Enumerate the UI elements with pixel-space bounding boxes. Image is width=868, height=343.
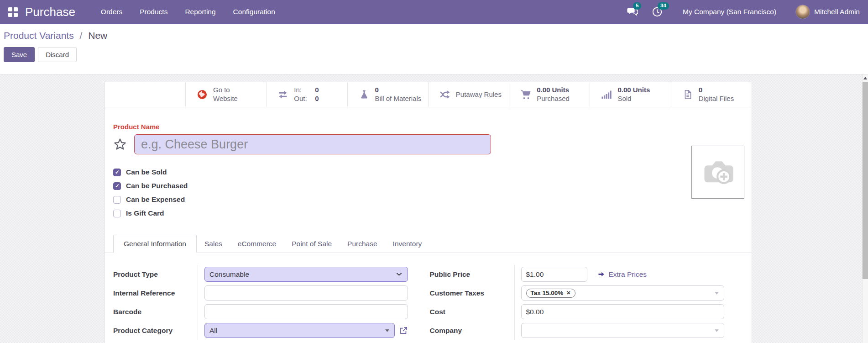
internal-reference-input[interactable]: [204, 285, 408, 301]
company-switcher[interactable]: My Company (San Francisco): [683, 8, 776, 16]
go-to-website-button[interactable]: Go to Website: [185, 82, 266, 107]
favorite-star-icon[interactable]: [113, 137, 127, 151]
barcode-input[interactable]: [204, 304, 408, 319]
units-purchased-button[interactable]: 0.00 Units Purchased: [509, 82, 590, 107]
product-name-label: Product Name: [113, 123, 752, 131]
control-panel: Product Variants / New Save Discard: [0, 24, 868, 74]
chevron-down-icon: [395, 270, 403, 278]
activities-badge: 34: [658, 2, 669, 10]
digital-files-label: Digital Files: [699, 95, 734, 103]
digital-files-count: 0: [699, 86, 734, 95]
camera-plus-icon: [699, 153, 737, 191]
can-be-expensed-label: Can be Expensed: [126, 195, 185, 204]
out-label: Out:: [294, 95, 309, 103]
app-name[interactable]: Purchase: [25, 5, 75, 19]
in-out-button[interactable]: In:0 Out:0: [266, 82, 347, 107]
breadcrumb-separator: /: [80, 30, 83, 41]
stat-button-bar: Go to Website In:0 Out:0 0: [105, 82, 752, 107]
breadcrumb-product-variants[interactable]: Product Variants: [4, 30, 74, 41]
product-flags: Can be Sold Can be Purchased Can be Expe…: [113, 165, 752, 220]
extra-prices-text: Extra Prices: [609, 270, 647, 279]
tab-sales[interactable]: Sales: [197, 235, 230, 253]
go-to-website-line1: Go to: [213, 86, 238, 95]
go-to-website-line2: Website: [213, 95, 238, 103]
menu-reporting[interactable]: Reporting: [178, 4, 222, 20]
discard-button[interactable]: Discard: [38, 47, 77, 62]
breadcrumb: Product Variants / New: [4, 30, 864, 41]
in-value: 0: [315, 86, 319, 95]
can-be-expensed-checkbox[interactable]: [113, 196, 121, 204]
can-be-purchased-label: Can be Purchased: [126, 182, 188, 190]
save-button[interactable]: Save: [4, 47, 35, 62]
tab-purchase[interactable]: Purchase: [340, 235, 385, 253]
menu-orders[interactable]: Orders: [94, 4, 129, 20]
can-be-purchased-row: Can be Purchased: [113, 179, 752, 193]
tab-ecommerce[interactable]: eCommerce: [230, 235, 284, 253]
digital-files-button[interactable]: 0 Digital Files: [671, 82, 752, 107]
tax-tag-label: Tax 15.00%: [531, 290, 564, 296]
caret-down-icon: [714, 290, 719, 296]
shuffle-icon: [439, 89, 450, 100]
units-sold-button[interactable]: 0.00 Units Sold: [590, 82, 670, 107]
product-type-label: Product Type: [113, 265, 198, 284]
bill-of-materials-button[interactable]: 0 Bill of Materials: [347, 82, 428, 107]
is-gift-card-row: Is Gift Card: [113, 206, 752, 220]
content-background: Go to Website In:0 Out:0 0: [0, 74, 868, 343]
company-label: Company: [430, 321, 515, 340]
caret-down-icon: [714, 328, 719, 333]
messages-button[interactable]: 5: [627, 6, 638, 17]
tab-inventory[interactable]: Inventory: [385, 235, 430, 253]
cost-input[interactable]: [521, 304, 725, 319]
scrollbar-up-arrow[interactable]: [863, 74, 868, 81]
apps-grid-icon[interactable]: [8, 7, 18, 17]
cost-label: Cost: [430, 302, 515, 321]
customer-taxes-field[interactable]: Tax 15.00% ✕: [521, 285, 725, 301]
nav-menu: Orders Products Reporting Configuration: [94, 4, 282, 20]
vertical-scrollbar[interactable]: [862, 74, 868, 343]
form-sheet: Go to Website In:0 Out:0 0: [104, 82, 752, 343]
public-price-input[interactable]: [521, 267, 587, 282]
menu-configuration[interactable]: Configuration: [227, 4, 282, 20]
is-gift-card-checkbox[interactable]: [113, 210, 121, 217]
tax-tag: Tax 15.00% ✕: [526, 289, 575, 298]
can-be-sold-label: Can be Sold: [126, 168, 167, 176]
document-icon: [682, 89, 693, 100]
tax-tag-remove-icon[interactable]: ✕: [566, 290, 570, 296]
activities-button[interactable]: 34: [652, 6, 663, 17]
navbar-right: 5 34 My Company (San Francisco) Mitchell…: [627, 5, 860, 19]
can-be-purchased-checkbox[interactable]: [113, 182, 121, 190]
putaway-label: Putaway Rules: [456, 90, 502, 99]
globe-icon: [197, 89, 208, 100]
tab-general-information[interactable]: General Information: [113, 235, 197, 253]
is-gift-card-label: Is Gift Card: [126, 209, 164, 217]
external-link-icon[interactable]: [399, 326, 408, 335]
scrollbar-thumb[interactable]: [863, 82, 868, 279]
messages-badge: 5: [633, 2, 641, 10]
product-image-upload[interactable]: [691, 146, 744, 199]
barcode-label: Barcode: [113, 302, 198, 321]
user-menu[interactable]: Mitchell Admin: [795, 5, 860, 19]
sold-value: 0.00 Units: [617, 86, 650, 95]
product-category-select[interactable]: All: [204, 323, 395, 338]
notebook-tabs: General Information Sales eCommerce Poin…: [105, 235, 752, 253]
can-be-sold-checkbox[interactable]: [113, 169, 121, 176]
can-be-sold-row: Can be Sold: [113, 165, 752, 179]
sold-label: Sold: [617, 95, 650, 103]
product-category-value: All: [209, 327, 217, 335]
product-name-input[interactable]: [134, 134, 491, 154]
caret-down-icon: [385, 328, 390, 333]
menu-products[interactable]: Products: [133, 4, 174, 20]
product-type-select[interactable]: Consumable: [204, 267, 408, 282]
purchased-label: Purchased: [537, 95, 570, 103]
company-select[interactable]: [521, 323, 725, 338]
transfer-arrows-icon: [277, 89, 288, 100]
out-value: 0: [315, 95, 319, 103]
breadcrumb-new: New: [88, 30, 107, 41]
general-information-panel: Product Type Consumable Internal Referen…: [105, 253, 752, 343]
bar-chart-icon: [601, 89, 612, 100]
extra-prices-link[interactable]: Extra Prices: [597, 270, 647, 279]
tab-point-of-sale[interactable]: Point of Sale: [284, 235, 340, 253]
putaway-rules-button[interactable]: Putaway Rules: [428, 82, 509, 107]
cart-icon: [520, 89, 531, 100]
flask-icon: [359, 89, 370, 100]
